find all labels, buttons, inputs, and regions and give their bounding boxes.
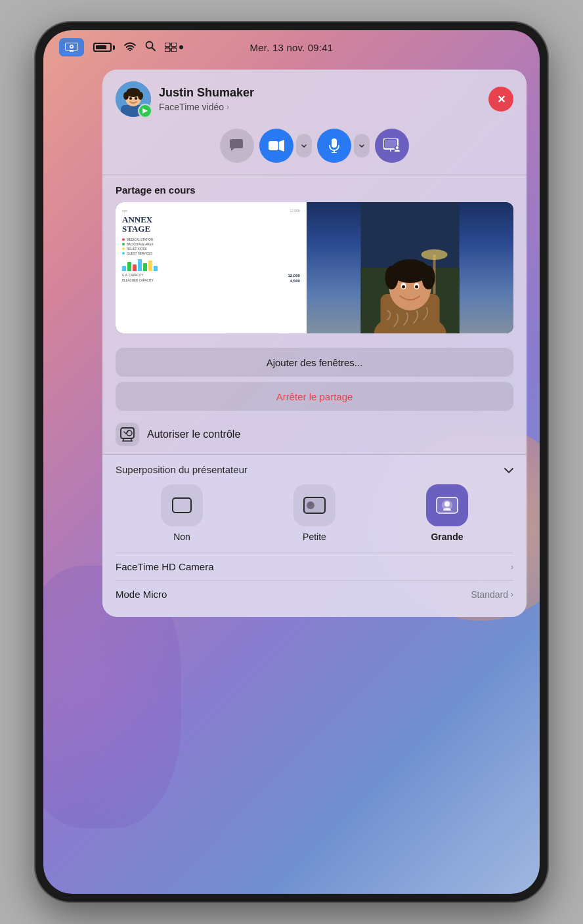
screen-share-icon[interactable]	[59, 38, 84, 56]
autoriser-icon	[116, 423, 139, 446]
mic-chevron: ›	[511, 590, 513, 599]
close-button[interactable]: ✕	[488, 87, 513, 112]
svg-rect-11	[171, 48, 177, 52]
slide-legend: MEDICAL STATION BACKSTAGE AREA RELIEF KI…	[122, 238, 300, 255]
wifi-icon	[124, 41, 136, 54]
autoriser-text: Autoriser le contrôle	[147, 429, 240, 440]
mic-control-group	[317, 129, 370, 163]
svg-point-4	[71, 46, 73, 48]
camera-chevron: ›	[511, 562, 513, 572]
slide-header: oyo12,000	[122, 209, 300, 213]
svg-rect-8	[165, 43, 170, 47]
overlay-option-petite[interactable]: Petite	[293, 484, 335, 542]
caller-info: Justin Shumaker FaceTime vidéo ›	[116, 81, 254, 117]
svg-point-40	[385, 266, 398, 289]
svg-rect-9	[171, 43, 177, 47]
svg-point-44	[402, 285, 405, 289]
overlay-options: Non Petite	[116, 484, 513, 542]
svg-rect-21	[269, 141, 278, 150]
device-frame: Mer. 13 nov. 09:41	[35, 22, 548, 902]
video-control-group	[259, 129, 312, 163]
stop-sharing-button[interactable]: Arrêter le partage	[116, 382, 513, 411]
superposition-title: Superposition du présentateur	[116, 464, 248, 475]
superposition-header: Superposition du présentateur	[116, 464, 513, 475]
overlay-label-grande: Grande	[431, 532, 463, 542]
shared-preview: oyo12,000 ANNEXSTAGE MEDICAL STATION BAC…	[116, 202, 513, 333]
add-windows-button[interactable]: Ajouter des fenêtres...	[116, 348, 513, 377]
caller-subtitle[interactable]: FaceTime vidéo ›	[159, 102, 254, 112]
facetime-badge	[138, 104, 152, 118]
overlay-label-non: Non	[173, 532, 190, 542]
svg-marker-22	[279, 140, 284, 152]
action-buttons: Ajouter des fenêtres... Arrêter le parta…	[102, 341, 527, 416]
overlay-icon-grande	[426, 484, 468, 526]
panel-header: Justin Shumaker FaceTime vidéo › ✕	[102, 70, 527, 126]
control-center-icon[interactable]	[165, 43, 183, 52]
svg-point-31	[396, 146, 399, 149]
svg-point-41	[421, 266, 435, 289]
svg-point-57	[444, 501, 450, 507]
mic-chevron[interactable]	[354, 134, 370, 158]
autoriser-row[interactable]: Autoriser le contrôle	[102, 416, 527, 454]
caller-subtitle-chevron: ›	[227, 102, 229, 112]
device-screen: Mer. 13 nov. 09:41	[43, 30, 540, 894]
svg-rect-27	[385, 140, 397, 148]
svg-point-19	[135, 97, 137, 100]
menu-bar: Mer. 13 nov. 09:41	[43, 30, 540, 64]
svg-marker-20	[142, 108, 148, 114]
video-chevron[interactable]	[296, 134, 312, 158]
svg-rect-1	[70, 51, 74, 52]
battery-indicator	[93, 43, 115, 52]
superposition-chevron[interactable]	[504, 465, 513, 475]
camera-label: FaceTime HD Camera	[116, 561, 213, 572]
camera-row[interactable]: FaceTime HD Camera ›	[116, 553, 513, 580]
share-screen-button[interactable]	[375, 129, 409, 163]
overlay-icon-petite	[293, 484, 335, 526]
svg-point-45	[415, 285, 418, 289]
partage-title: Partage en cours	[116, 184, 513, 196]
mic-button[interactable]	[317, 129, 351, 163]
svg-point-16	[123, 92, 129, 100]
caller-text: Justin Shumaker FaceTime vidéo ›	[159, 86, 254, 112]
svg-point-5	[129, 49, 131, 51]
svg-line-7	[152, 48, 156, 51]
menubar-datetime: Mer. 13 nov. 09:41	[250, 42, 334, 53]
svg-point-35	[421, 249, 447, 260]
slide-capacity: G.A. CAPACITY 12,000 BLEACHER CAPACITY 4…	[122, 274, 300, 283]
svg-rect-51	[173, 498, 191, 513]
video-button[interactable]	[259, 129, 293, 163]
slide-title: ANNEXSTAGE	[122, 215, 300, 234]
camera-value: ›	[511, 562, 513, 572]
person-video	[307, 202, 513, 333]
mic-value-text: Standard	[471, 589, 508, 600]
slide-content: oyo12,000 ANNEXSTAGE MEDICAL STATION BAC…	[116, 202, 307, 333]
slide-chart	[122, 258, 300, 271]
overlay-label-petite: Petite	[303, 532, 326, 542]
svg-rect-23	[332, 138, 337, 148]
overlay-option-grande[interactable]: Grande	[426, 484, 468, 542]
message-button[interactable]	[220, 129, 254, 163]
mic-value: Standard ›	[471, 589, 513, 600]
mic-label: Mode Micro	[116, 589, 167, 600]
mic-row[interactable]: Mode Micro Standard ›	[116, 580, 513, 608]
caller-subtitle-text: FaceTime vidéo	[159, 102, 224, 112]
avatar-wrap	[116, 81, 151, 117]
overlay-icon-non	[161, 484, 203, 526]
menu-bar-left	[59, 38, 183, 56]
svg-point-54	[309, 502, 313, 506]
svg-point-18	[129, 97, 132, 100]
controls-row	[102, 126, 527, 175]
superposition-section: Superposition du présentateur	[102, 455, 527, 617]
svg-point-17	[138, 92, 143, 100]
svg-rect-10	[165, 48, 170, 52]
search-icon[interactable]	[145, 41, 156, 54]
partage-section: Partage en cours oyo12,000 ANNEXSTAGE ME…	[102, 175, 527, 341]
overlay-option-non[interactable]: Non	[161, 484, 203, 542]
facetime-panel: Justin Shumaker FaceTime vidéo › ✕	[102, 70, 527, 617]
caller-name: Justin Shumaker	[159, 86, 254, 100]
